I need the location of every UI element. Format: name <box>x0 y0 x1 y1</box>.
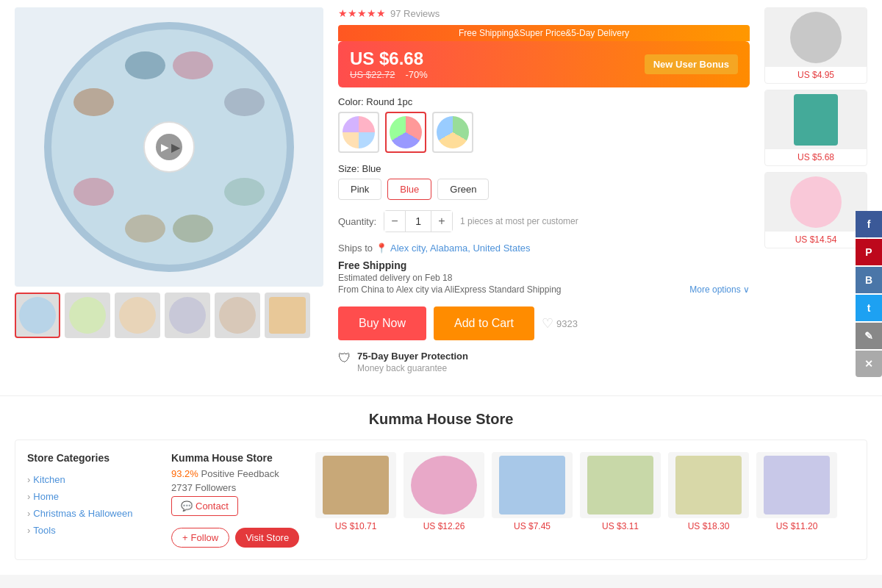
ships-to-row: Ships to 📍 Alex city, Alabama, United St… <box>338 243 750 254</box>
size-label: Size: <box>338 163 359 174</box>
store-category-home[interactable]: Home <box>27 488 159 505</box>
size-option-row: Size: Blue Pink Blue Green <box>338 163 750 200</box>
store-content: Store Categories Kitchen Home Christmas … <box>15 440 867 560</box>
thumbnail-4[interactable] <box>165 293 210 338</box>
wishlist-button[interactable]: ♡ 9323 <box>542 315 578 331</box>
location-link[interactable]: Alex city, Alabama, United States <box>390 243 531 254</box>
store-product-3[interactable]: US $7.45 <box>492 452 573 548</box>
price-banner: US $6.68 US $22.72 -70% New User Bonus <box>338 41 750 87</box>
store-section: Kumma House Store Store Categories Kitch… <box>0 395 882 575</box>
color-swatch-3[interactable] <box>432 112 473 153</box>
thumbnail-6[interactable] <box>265 293 310 338</box>
buy-now-button[interactable]: Buy Now <box>338 306 426 340</box>
edit-button[interactable]: ✎ <box>856 323 882 349</box>
store-info-name: Kumma House Store <box>171 452 304 464</box>
more-options-link[interactable]: More options ∨ <box>689 284 750 296</box>
protection-title: 75-Day Buyer Protection <box>357 351 468 362</box>
sidebar-products: US $4.95 US $5.68 US $14.54 <box>764 7 867 373</box>
store-product-6[interactable]: US $11.20 <box>756 452 837 548</box>
shipping-delivery: Estimated delivery on Feb 18 <box>338 273 750 283</box>
size-options: Pink Blue Green <box>338 179 750 200</box>
price-current: US $6.68 <box>350 49 428 69</box>
twitter-share-button[interactable]: t <box>856 295 882 321</box>
free-shipping-banner: Free Shipping&Super Price&5-Day Delivery <box>338 25 750 41</box>
store-categories: Store Categories Kitchen Home Christmas … <box>27 452 159 548</box>
store-product-5[interactable]: US $18.30 <box>668 452 749 548</box>
store-product-4[interactable]: US $3.11 <box>580 452 661 548</box>
color-swatch-2[interactable] <box>385 112 426 153</box>
store-product-1-price: US $10.71 <box>315 521 396 531</box>
price-original: US $22.72 <box>350 69 395 80</box>
sidebar-product-2[interactable]: US $5.68 <box>764 90 867 166</box>
wishlist-count: 9323 <box>556 318 578 329</box>
store-categories-title: Store Categories <box>27 452 159 464</box>
heart-icon: ♡ <box>542 315 553 331</box>
review-count: 97 Reviews <box>390 8 440 19</box>
facebook-share-button[interactable]: f <box>856 211 882 237</box>
action-buttons: Buy Now Add to Cart ♡ 9323 <box>338 306 750 340</box>
shield-icon: 🛡 <box>338 351 351 366</box>
close-icon: ✕ <box>864 358 873 370</box>
size-btn-green[interactable]: Green <box>437 179 489 200</box>
product-details: ★★★★★ 97 Reviews Free Shipping&Super Pri… <box>338 7 750 373</box>
thumbnail-5[interactable] <box>215 293 260 338</box>
protection-row: 🛡 75-Day Buyer Protection Money back gua… <box>338 351 750 373</box>
store-product-2[interactable]: US $12.26 <box>404 452 484 548</box>
store-title: Kumma House Store <box>15 411 867 428</box>
quantity-label: Quantity: <box>338 216 376 227</box>
quantity-increase-button[interactable]: + <box>431 211 452 232</box>
social-sidebar: f P B t ✎ ✕ <box>856 211 882 377</box>
pinterest-icon: P <box>865 246 872 258</box>
store-product-2-price: US $12.26 <box>404 521 484 531</box>
shipping-label: Free Shipping <box>338 259 750 271</box>
quantity-value: 1 <box>405 211 431 232</box>
size-btn-pink[interactable]: Pink <box>338 179 381 200</box>
store-category-tools[interactable]: Tools <box>27 522 159 539</box>
store-product-5-price: US $18.30 <box>668 521 749 531</box>
product-images: ▶ <box>15 7 323 373</box>
play-button[interactable]: ▶ <box>156 134 182 160</box>
vk-icon: B <box>865 274 872 286</box>
thumbnail-3[interactable] <box>115 293 160 338</box>
protection-subtitle: Money back guarantee <box>357 363 447 373</box>
store-info: Kumma House Store 93.2% Positive Feedbac… <box>171 452 304 548</box>
quantity-control: − 1 + <box>384 210 453 232</box>
follow-button[interactable]: Follow <box>171 528 229 548</box>
ships-to-label: Ships to <box>338 243 373 254</box>
price-discount: -70% <box>405 69 427 80</box>
product-main-visual: ▶ <box>44 22 294 272</box>
vk-share-button[interactable]: B <box>856 267 882 293</box>
thumbnail-2[interactable] <box>65 293 110 338</box>
store-feedback-value: 93.2% <box>171 468 198 479</box>
store-feedback-label: Positive Feedback <box>201 468 279 479</box>
visit-store-button[interactable]: Visit Store <box>235 528 299 548</box>
contact-button[interactable]: 💬 Contact <box>171 496 238 516</box>
sidebar-product-3-price: US $14.54 <box>765 232 867 248</box>
sidebar-product-2-price: US $5.68 <box>765 149 867 165</box>
store-category-kitchen[interactable]: Kitchen <box>27 471 159 488</box>
store-product-6-price: US $11.20 <box>756 521 837 531</box>
star-rating: ★★★★★ <box>338 7 386 19</box>
size-btn-blue[interactable]: Blue <box>387 179 431 200</box>
thumbnail-row <box>15 293 323 338</box>
pinterest-share-button[interactable]: P <box>856 239 882 265</box>
sidebar-product-3[interactable]: US $14.54 <box>764 172 867 248</box>
new-user-bonus: New User Bonus <box>645 54 738 74</box>
store-category-christmas[interactable]: Christmas & Halloween <box>27 505 159 522</box>
store-product-3-price: US $7.45 <box>492 521 573 531</box>
store-products: US $10.71 US $12.26 US $7.45 <box>315 452 855 548</box>
edit-icon: ✎ <box>864 330 873 342</box>
twitter-icon: t <box>867 302 871 314</box>
sidebar-product-1-price: US $4.95 <box>765 67 867 83</box>
store-followers-value: 2737 <box>171 482 193 493</box>
sidebar-product-1[interactable]: US $4.95 <box>764 7 867 84</box>
message-icon: 💬 <box>181 501 193 512</box>
add-to-cart-button[interactable]: Add to Cart <box>434 306 534 340</box>
color-swatch-1[interactable] <box>338 112 379 153</box>
thumbnail-1[interactable] <box>15 293 60 338</box>
close-social-button[interactable]: ✕ <box>856 351 882 377</box>
color-options <box>338 112 750 153</box>
store-followers-label: Followers <box>196 482 237 493</box>
store-product-1[interactable]: US $10.71 <box>315 452 396 548</box>
quantity-decrease-button[interactable]: − <box>384 211 405 232</box>
